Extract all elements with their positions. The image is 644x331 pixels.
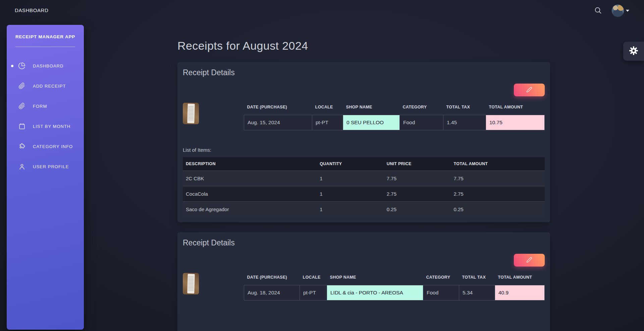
settings-button[interactable] (623, 42, 644, 61)
column-header-date: DATE (PURCHASE) (244, 103, 312, 115)
column-header-locale: LOCALE (312, 103, 343, 115)
item-description: Saco de Agregador (183, 201, 317, 217)
main-content: Receipts for August 2024 Receipt Details… (177, 0, 550, 331)
sidebar-nav: DASHBOARD ADD RECEIPT FORM (7, 56, 84, 177)
receipt-summary-table: DATE (PURCHASE) LOCALE SHOP NAME CATEGOR… (244, 103, 545, 130)
chevron-down-icon (626, 10, 629, 12)
total-amount-cell: 10.75 (486, 115, 545, 130)
item-row: 2C CBK 1 7.75 7.75 (183, 171, 545, 186)
card-title: Receipt Details (183, 67, 545, 78)
search-icon (594, 6, 602, 16)
column-header-description: DESCRIPTION (183, 157, 317, 171)
column-header-item-total: TOTAL AMOUNT (450, 157, 545, 171)
sidebar-item-category-info[interactable]: CATEGORY INFO (7, 136, 84, 156)
receipt-card: Receipt Details DATE (PURCHASE) LOCALE (177, 232, 550, 331)
gear-icon (629, 46, 639, 57)
table-header-row: DATE (PURCHASE) LOCALE SHOP NAME CATEGOR… (244, 103, 545, 115)
calendar-icon (18, 123, 25, 130)
receipt-row: Aug. 18, 2024 pt-PT LIDL & cia - PORTO -… (244, 285, 545, 300)
column-header-shop-name: SHOP NAME (343, 103, 400, 115)
topbar-title: DASHBOARD (15, 7, 48, 13)
column-header-unit-price: UNIT PRICE (384, 157, 451, 171)
column-header-quantity: QUANTITY (317, 157, 384, 171)
receipt-thumbnail (183, 273, 199, 294)
page-title: Receipts for August 2024 (177, 38, 550, 54)
shop-name-cell: 0 SEU PELLOO (343, 115, 400, 130)
sidebar: RECEIPT MANAGER APP DASHBOARD ADD RECEIP… (7, 25, 84, 330)
edit-receipt-button[interactable] (514, 84, 545, 96)
pencil-icon (526, 87, 532, 94)
date-cell: Aug. 18, 2024 (244, 285, 300, 300)
sidebar-item-form[interactable]: FORM (7, 96, 84, 116)
sidebar-item-user-profile[interactable]: USER PROFILE (7, 156, 84, 177)
category-cell: Food (400, 115, 443, 130)
search-button[interactable] (593, 6, 603, 16)
sidebar-item-list-by-month[interactable]: LIST BY MONTH (7, 116, 84, 136)
sidebar-item-label: LIST BY MONTH (33, 124, 70, 129)
sidebar-item-label: USER PROFILE (33, 164, 69, 169)
item-row: CocaCola 1 2.75 2.75 (183, 186, 545, 201)
sidebar-item-add-receipt[interactable]: ADD RECEIPT (7, 76, 84, 96)
user-menu[interactable] (612, 5, 629, 17)
item-description: CocaCola (183, 186, 317, 201)
item-quantity: 1 (317, 201, 384, 217)
sidebar-item-label: CATEGORY INFO (33, 144, 73, 149)
items-table: DESCRIPTION QUANTITY UNIT PRICE TOTAL AM… (183, 157, 545, 217)
active-indicator-dot (11, 65, 13, 67)
sidebar-item-label: DASHBOARD (33, 63, 63, 68)
shop-name-cell: LIDL & cia - PORTO - AREOSA (327, 285, 423, 300)
sidebar-item-label: FORM (33, 104, 47, 109)
column-header-total-amount: TOTAL AMOUNT (495, 273, 545, 285)
item-total-amount: 0.25 (450, 201, 545, 217)
total-tax-cell: 1.45 (443, 115, 486, 130)
items-label: List of Items: (183, 147, 545, 153)
paperclip-icon (18, 82, 25, 90)
sidebar-divider (15, 47, 75, 47)
paperclip-icon (18, 102, 25, 110)
table-header-row: DATE (PURCHASE) LOCALE SHOP NAME CATEGOR… (244, 273, 545, 285)
receipt-row: Aug. 15, 2024 pt-PT 0 SEU PELLOO Food 1.… (244, 115, 545, 130)
total-tax-cell: 5.34 (459, 285, 495, 300)
item-quantity: 1 (317, 186, 384, 201)
pie-chart-icon (18, 62, 25, 69)
item-unit-price: 7.75 (384, 171, 451, 186)
receipt-thumbnail (183, 103, 199, 124)
sidebar-item-label: ADD RECEIPT (33, 84, 66, 89)
locale-cell: pt-PT (312, 115, 343, 130)
column-header-date: DATE (PURCHASE) (244, 273, 300, 285)
item-description: 2C CBK (183, 171, 317, 186)
sidebar-item-dashboard[interactable]: DASHBOARD (7, 56, 84, 76)
avatar[interactable] (612, 5, 624, 17)
total-amount-cell: 40.9 (495, 285, 545, 300)
item-unit-price: 0.25 (384, 201, 451, 217)
user-icon (18, 163, 25, 170)
item-total-amount: 7.75 (450, 171, 545, 186)
item-total-amount: 2.75 (450, 186, 545, 201)
item-quantity: 1 (317, 171, 384, 186)
column-header-total-tax: TOTAL TAX (443, 103, 486, 115)
pencil-icon (526, 257, 532, 264)
column-header-category: CATEGORY (423, 273, 459, 285)
items-header-row: DESCRIPTION QUANTITY UNIT PRICE TOTAL AM… (183, 157, 545, 171)
receipt-summary-table: DATE (PURCHASE) LOCALE SHOP NAME CATEGOR… (244, 273, 545, 300)
category-cell: Food (423, 285, 459, 300)
item-unit-price: 2.75 (384, 186, 451, 201)
puzzle-icon (18, 143, 25, 150)
column-header-total-amount: TOTAL AMOUNT (486, 103, 545, 115)
app-title: RECEIPT MANAGER APP (7, 25, 84, 39)
item-row: Saco de Agregador 1 0.25 0.25 (183, 201, 545, 217)
locale-cell: pt-PT (300, 285, 327, 300)
column-header-category: CATEGORY (400, 103, 443, 115)
receipt-card: Receipt Details DATE (PURCHASE) LOCALE (177, 62, 550, 222)
column-header-locale: LOCALE (300, 273, 327, 285)
edit-receipt-button[interactable] (514, 254, 545, 267)
column-header-total-tax: TOTAL TAX (459, 273, 495, 285)
column-header-shop-name: SHOP NAME (327, 273, 423, 285)
card-title: Receipt Details (183, 238, 545, 248)
date-cell: Aug. 15, 2024 (244, 115, 312, 130)
